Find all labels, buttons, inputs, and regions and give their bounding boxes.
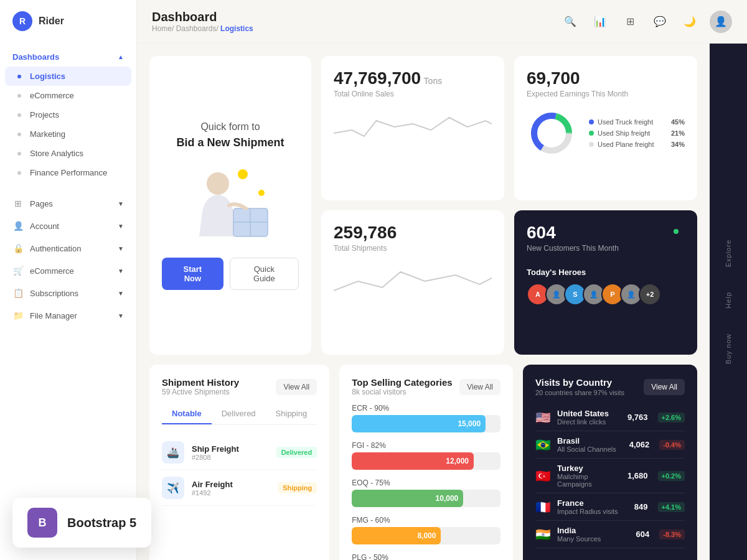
flag-us: 🇺🇸 (535, 410, 551, 425)
change-tr: +0.2% (658, 471, 685, 481)
start-now-button[interactable]: Start Now (162, 258, 223, 290)
country-title-group: Visits by Country 20 countries share 97%… (535, 377, 624, 396)
country-row-fr: 🇫🇷 France Impact Radius visits 849 +4.1% (535, 493, 685, 521)
bootstrap-overlay: B Bootstrap 5 (12, 498, 151, 548)
sidebar-item-ecommerce-nav[interactable]: 🛒 eCommerce ▼ (0, 259, 136, 282)
country-br-info: Brasil All Social Channels (557, 436, 616, 453)
shipment-view-all-button[interactable]: View All (276, 379, 317, 395)
country-title: Visits by Country (535, 377, 624, 388)
stats-column: 47,769,700 Tons Total Online Sales 259,7… (321, 56, 504, 355)
sidebar-item-store-analytics[interactable]: Store Analytics (0, 144, 136, 163)
tab-notable[interactable]: Notable (162, 404, 212, 424)
active-dot-icon (17, 75, 21, 78)
flag-in: 🇮🇳 (535, 527, 551, 542)
country-fr-info: France Impact Radius visits (557, 498, 618, 515)
sidebar-item-subscriptions[interactable]: 📋 Subscriptions ▼ (0, 282, 136, 304)
sidebar-item-account[interactable]: 👤 Account ▼ (0, 215, 136, 237)
shipments-label: Total Shipments (334, 244, 492, 253)
total-shipments-card: 259,786 Total Shipments (321, 210, 504, 355)
earnings-customers-column: 69,700 Expected Earnings This Month (514, 56, 697, 355)
categories-view-all-button[interactable]: View All (459, 379, 500, 395)
logo[interactable]: R Rider (0, 0, 136, 42)
chevron-icon: ▼ (118, 200, 124, 207)
bar-fgi: FGI - 82% 12,000 (352, 441, 500, 470)
ecommerce-icon: 🛒 (12, 265, 24, 276)
heroes-label: Today's Heroes (527, 268, 685, 277)
sidebar-item-logistics[interactable]: Logistics (5, 67, 131, 86)
main-content: Dashboard Home/ Dashboards/ Logistics 🔍 … (137, 0, 747, 560)
chevron-up-icon: ▲ (118, 54, 124, 60)
user-avatar[interactable]: 👤 (710, 11, 732, 33)
chat-button[interactable]: 💬 (650, 12, 670, 32)
logo-icon: R (12, 11, 32, 31)
bar-fmg: FMG - 60% 8,000 (352, 516, 500, 544)
dashboards-group[interactable]: Dashboards ▲ (0, 47, 136, 67)
sidebar-item-ecommerce[interactable]: eCommerce (0, 86, 136, 105)
chevron-icon: ▼ (118, 312, 124, 319)
customers-number: 604 (527, 223, 685, 243)
content-area: Quick form to Bid a New Shipment (137, 44, 747, 560)
dot-icon (17, 133, 21, 136)
sidebar-item-pages[interactable]: ⊞ Pages ▼ (0, 192, 136, 215)
pages-icon: ⊞ (12, 198, 24, 209)
chevron-icon: ▼ (118, 268, 124, 274)
ship-info: Ship Freight #2808 (192, 444, 239, 461)
country-row-br: 🇧🇷 Brasil All Social Channels 4,062 -0.4… (535, 431, 685, 459)
country-view-all-button[interactable]: View All (644, 379, 685, 395)
customers-card: 604 New Customers This Month Today's Her… (514, 210, 697, 355)
legend-ship: Used Ship freight 21% (589, 128, 685, 139)
dot-icon (17, 152, 21, 156)
sales-mini-chart (334, 108, 492, 146)
shipment-subtitle: 59 Active Shipments (162, 388, 239, 396)
legend-truck: Used Truck freight 45% (589, 116, 685, 128)
donut-section: Used Truck freight 45% Used Ship freight (527, 108, 685, 158)
flag-tr: 🇹🇷 (535, 469, 551, 483)
sidebar-item-filemanager[interactable]: 📁 File Manager ▼ (0, 304, 136, 327)
shipment-title: Shipment History (162, 377, 239, 388)
dot-icon (17, 171, 21, 175)
shipment-tabs: Notable Delivered Shipping (162, 404, 317, 425)
tab-shipping[interactable]: Shipping (266, 404, 317, 424)
search-button[interactable]: 🔍 (560, 12, 580, 32)
quick-form-title: Quick form to (200, 121, 260, 133)
country-us-info: United States Direct link clicks (557, 409, 609, 426)
page-title: Dashboard (152, 10, 253, 24)
pages-section: ⊞ Pages ▼ 👤 Account ▼ 🔒 Authentication ▼… (0, 187, 136, 332)
quick-form-card: Quick form to Bid a New Shipment (149, 56, 311, 355)
categories-subtitle: 8k social visitors (352, 388, 452, 396)
earnings-number: 69,700 (527, 68, 685, 88)
status-badge: Delivered (276, 447, 317, 458)
flag-br: 🇧🇷 (535, 437, 551, 452)
quick-guide-button[interactable]: Quick Guide (230, 258, 299, 290)
sidebar-item-authentication[interactable]: 🔒 Authentication ▼ (0, 237, 136, 259)
sidebar-item-marketing[interactable]: Marketing (0, 124, 136, 144)
dashboards-section: Dashboards ▲ Logistics eCommerce Project… (0, 42, 136, 187)
subscriptions-icon: 📋 (12, 287, 24, 299)
bootstrap-icon: B (27, 508, 57, 538)
chart-button[interactable]: 📊 (590, 12, 610, 32)
grid-button[interactable]: ⊞ (620, 12, 640, 32)
sidebar-item-finance[interactable]: Finance Performance (0, 163, 136, 182)
sidebar-item-projects[interactable]: Projects (0, 105, 136, 124)
chevron-icon: ▼ (118, 223, 124, 230)
change-us: +2.6% (658, 413, 685, 422)
avatar-extra: +2 (639, 283, 661, 306)
change-br: -0.4% (659, 440, 685, 450)
bootstrap-text: Bootstrap 5 (67, 516, 136, 530)
country-row-us: 🇺🇸 United States Direct link clicks 9,76… (535, 404, 685, 431)
explore-label[interactable]: Explore (725, 233, 732, 273)
quick-form-subtitle: Bid a New Shipment (176, 136, 284, 149)
svg-point-2 (207, 172, 229, 195)
filemanager-icon: 📁 (12, 310, 24, 321)
dark-mode-toggle[interactable]: 🌙 (680, 12, 700, 32)
bar-eoq: EOQ - 75% 10,000 (352, 478, 500, 507)
buy-now-label[interactable]: Buy now (725, 327, 732, 370)
tab-delivered[interactable]: Delivered (212, 404, 266, 424)
breadcrumb: Home/ Dashboards/ Logistics (152, 24, 253, 33)
categories-title-group: Top Selling Categories 8k social visitor… (352, 377, 452, 396)
help-label[interactable]: Help (725, 286, 732, 315)
quick-form-illustration (181, 162, 280, 243)
country-tr-info: Turkey Mailchimp Campaigns (557, 464, 621, 488)
bar-plg: PLG - 50% 7,000 (352, 553, 500, 560)
shipments-mini-chart (334, 263, 492, 300)
